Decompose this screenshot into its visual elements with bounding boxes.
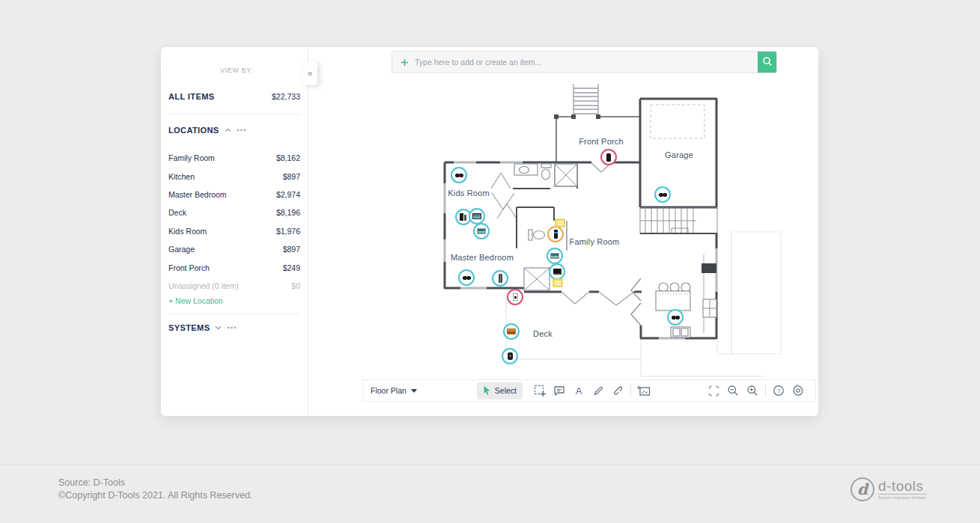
tv-art-icon [550,253,559,259]
location-row[interactable]: Garage$897 [168,240,300,258]
ceiling-speakers-icon [659,192,667,198]
locations-header[interactable]: LOCATIONS [168,126,246,135]
location-total: $897 [283,245,300,254]
outdoor-tv-icon [507,328,516,334]
location-name: Garage [168,245,195,254]
help-icon[interactable]: ? [769,382,788,400]
ceiling-speakers-icon [672,315,680,320]
divider [168,314,300,314]
interior-stairs [640,208,717,233]
view-by-label: VIEW BY: [220,67,253,74]
location-name: Master Bedroom [168,190,227,199]
dtools-logo-mark: d [850,477,874,501]
zoom-in-icon[interactable] [743,382,762,400]
zoom-out-icon[interactable] [723,382,743,400]
dtools-logo-tagline: System Integration Software [878,496,927,500]
ceiling-speakers-marker[interactable] [667,309,684,325]
footer-copyright: ©Copyright D-Tools 2021. All Rights Rese… [58,489,252,502]
location-total: $8,162 [276,153,300,162]
chevron-up-icon[interactable] [225,128,231,132]
tv-marker[interactable] [469,208,485,224]
controller-icon [554,230,558,239]
location-name: Kitchen [168,172,195,181]
footer-divider [0,464,980,465]
location-name: Deck [168,208,186,217]
marquee-select-icon[interactable] [530,382,550,400]
ceiling-speakers-marker[interactable] [451,167,467,183]
tv-art-marker[interactable] [547,248,563,264]
fullscreen-icon[interactable] [704,382,723,400]
pencil-icon[interactable] [588,382,608,400]
all-items-row[interactable]: ALL ITEMS $22,733 [168,92,300,101]
location-name: Front Porch [168,263,210,272]
new-location-button[interactable]: + New Location [168,296,223,305]
link-icon[interactable] [608,382,627,400]
dtools-logo-wordmark: d-tools [878,479,927,495]
camera-icon [513,293,518,301]
controller-marker[interactable] [547,226,564,242]
ceiling-speakers-icon [455,173,463,178]
ellipsis-icon[interactable] [237,129,246,132]
location-row[interactable]: Kids Room$1,976 [168,222,300,240]
tv-art-marker[interactable] [473,223,490,239]
tv-art-icon [477,228,486,234]
canvas-toolbar: Floor Plan Select A [362,379,816,402]
ceiling-speakers-marker[interactable] [654,186,671,203]
view-selector-dropdown[interactable]: Floor Plan [371,386,417,395]
sticky-note-icon[interactable] [556,219,565,227]
speaker-icon [460,213,467,221]
outdoor-camera-marker[interactable] [502,348,518,364]
location-row[interactable]: Unassigned (0 item)$0 [168,277,300,295]
tv-icon [472,213,481,219]
ceiling-speakers-marker[interactable] [458,269,475,286]
location-name: Family Room [168,153,215,162]
location-total: $897 [283,172,300,181]
ceiling-speakers-icon [463,275,471,281]
location-row[interactable]: Front Porch$249 [168,258,300,276]
location-total: $0 [291,281,300,290]
av-receiver-marker[interactable] [549,263,565,280]
view-selector-label: Floor Plan [371,386,407,395]
settings-icon[interactable] [788,382,808,400]
caret-down-icon [411,389,417,393]
toolbar-separator [630,384,631,397]
toolbar-separator [765,384,766,397]
location-total: $2,974 [276,190,300,199]
tower-speaker-marker[interactable] [492,270,508,287]
select-tool-button[interactable]: Select [477,382,523,400]
location-row[interactable]: Kitchen$897 [168,167,300,185]
outdoor-camera-icon [508,352,513,360]
svg-text:A: A [576,385,582,396]
sticky-note-icon[interactable] [553,279,563,287]
bathroom-fixtures [514,164,577,290]
location-total: $1,976 [276,227,300,236]
av-receiver-icon [553,269,561,275]
location-name: Unassigned (0 item) [168,281,239,290]
camera-marker[interactable] [507,289,523,305]
outdoor-tv-marker[interactable] [503,323,520,340]
tower-speaker-icon [499,274,502,283]
text-tool-icon[interactable]: A [569,382,588,400]
doorbell-icon [606,153,611,162]
dtools-logo: d d-tools System Integration Software [850,477,927,501]
add-image-icon[interactable] [634,382,654,400]
location-row[interactable]: Family Room$8,162 [168,149,300,167]
comment-icon[interactable] [550,382,569,400]
systems-header[interactable]: SYSTEMS [168,323,237,332]
location-row[interactable]: Deck$8,196 [168,204,300,221]
location-total: $249 [283,263,300,272]
select-tool-label: Select [495,386,517,395]
location-total: $8,196 [276,208,300,217]
garage-door-dashed [651,105,704,138]
location-name: Kids Room [168,227,207,236]
screen: VIEW BY: « ALL ITEMS $22,733 LOCATIONS F… [0,0,980,523]
divider [168,114,300,114]
cursor-icon [483,385,491,397]
chevron-down-icon[interactable] [215,325,222,330]
footer-attribution: Source: D-Tools ©Copyright D-Tools 2021.… [58,477,252,502]
porch-stairs [573,84,598,116]
locations-list: Family Room$8,162Kitchen$897Master Bedro… [168,149,300,295]
doorbell-marker[interactable] [600,149,617,165]
location-row[interactable]: Master Bedroom$2,974 [168,186,300,204]
ellipsis-icon[interactable] [227,326,237,329]
